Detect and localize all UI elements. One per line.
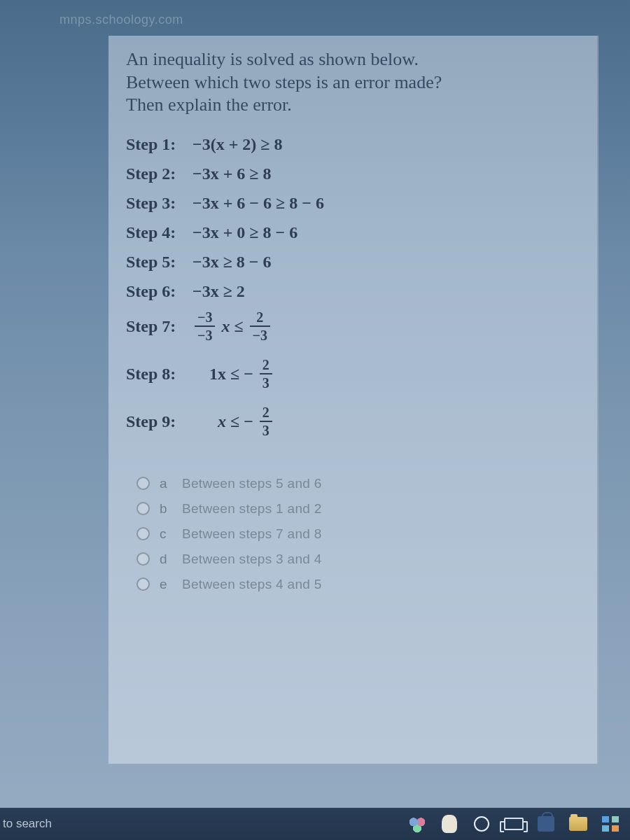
step-expression: −3x + 6 − 6 ≥ 8 − 6 xyxy=(192,192,324,214)
step-4: Step 4: −3x + 0 ≥ 8 − 6 xyxy=(126,222,580,243)
denominator: −3 xyxy=(195,326,215,342)
option-letter: a xyxy=(160,476,172,491)
option-letter: e xyxy=(160,577,172,592)
fraction: −3 −3 xyxy=(195,310,215,342)
question-prompt: An inequality is solved as shown below. … xyxy=(126,48,580,117)
relation: ≤ xyxy=(234,316,243,337)
app-cluster-icon[interactable] xyxy=(403,810,431,838)
hand-icon[interactable] xyxy=(435,810,463,838)
step-9: Step 9: x ≤ − 2 3 xyxy=(126,405,580,438)
numerator: −3 xyxy=(195,310,215,326)
option-text: Between steps 7 and 8 xyxy=(182,526,322,542)
fraction: 2 3 xyxy=(260,358,272,390)
option-text: Between steps 5 and 6 xyxy=(182,476,322,491)
denominator: −3 xyxy=(250,326,270,342)
option-c[interactable]: c Between steps 7 and 8 xyxy=(136,526,580,542)
url-bar: mnps.schoology.com xyxy=(0,0,630,27)
denominator: 3 xyxy=(260,421,272,438)
numerator: 2 xyxy=(260,405,272,421)
step-expression: 1x ≤ − 2 3 xyxy=(209,358,274,390)
option-text: Between steps 1 and 2 xyxy=(182,501,322,517)
step-expression: −3x + 0 ≥ 8 − 6 xyxy=(192,222,298,243)
left-side: 1x xyxy=(209,363,226,384)
numerator: 2 xyxy=(253,310,266,326)
step-label: Step 7: xyxy=(126,316,192,337)
variable: x xyxy=(221,316,230,337)
option-letter: d xyxy=(160,552,172,567)
step-expression: −3x + 6 ≥ 8 xyxy=(192,163,272,184)
option-letter: b xyxy=(160,501,172,517)
search-label[interactable]: to search xyxy=(3,817,52,831)
step-8: Step 8: 1x ≤ − 2 3 xyxy=(126,358,580,390)
option-letter: c xyxy=(160,526,172,542)
option-text: Between steps 3 and 4 xyxy=(182,552,322,567)
step-2: Step 2: −3x + 6 ≥ 8 xyxy=(126,163,580,184)
step-label: Step 2: xyxy=(126,163,192,184)
step-6: Step 6: −3x ≥ 2 xyxy=(126,281,580,302)
denominator: 3 xyxy=(260,373,272,390)
step-expression: −3 −3 x ≤ 2 −3 xyxy=(192,310,272,342)
step-3: Step 3: −3x + 6 − 6 ≥ 8 − 6 xyxy=(126,192,580,214)
file-explorer-icon[interactable] xyxy=(564,810,592,838)
step-expression: x ≤ − 2 3 xyxy=(218,405,274,438)
step-label: Step 4: xyxy=(126,222,192,243)
step-label: Step 6: xyxy=(126,281,192,302)
step-5: Step 5: −3x ≥ 8 − 6 xyxy=(126,251,580,272)
windows-taskbar[interactable]: to search xyxy=(0,808,630,840)
option-d[interactable]: d Between steps 3 and 4 xyxy=(136,552,580,567)
prompt-line: An inequality is solved as shown below. xyxy=(126,49,419,69)
option-text: Between steps 4 and 5 xyxy=(182,577,322,592)
step-7: Step 7: −3 −3 x ≤ 2 −3 xyxy=(126,310,580,342)
fraction: 2 3 xyxy=(260,405,272,438)
radio-icon[interactable] xyxy=(136,477,150,490)
step-expression: −3x ≥ 8 − 6 xyxy=(192,251,272,272)
prompt-line: Between which two steps is an error made… xyxy=(126,72,442,92)
cortana-icon[interactable] xyxy=(468,810,496,838)
numerator: 2 xyxy=(260,358,272,373)
step-expression: −3x ≥ 2 xyxy=(192,281,245,302)
relation: ≤ xyxy=(230,411,239,432)
step-1: Step 1: −3(x + 2) ≥ 8 xyxy=(126,134,580,155)
worksheet-page: An inequality is solved as shown below. … xyxy=(108,36,598,764)
radio-icon[interactable] xyxy=(136,578,150,591)
step-label: Step 3: xyxy=(126,192,192,214)
relation: ≤ xyxy=(230,363,239,384)
step-expression: −3(x + 2) ≥ 8 xyxy=(192,134,283,155)
option-e[interactable]: e Between steps 4 and 5 xyxy=(136,577,580,592)
radio-icon[interactable] xyxy=(136,502,150,515)
step-label: Step 1: xyxy=(126,134,192,155)
explorer-tiles-icon[interactable] xyxy=(596,810,624,838)
prompt-line: Then explain the error. xyxy=(126,94,292,115)
fraction: 2 −3 xyxy=(250,310,270,342)
left-side: x xyxy=(218,411,226,432)
option-b[interactable]: b Between steps 1 and 2 xyxy=(136,501,580,517)
option-a[interactable]: a Between steps 5 and 6 xyxy=(136,476,580,491)
radio-icon[interactable] xyxy=(136,552,150,566)
radio-icon[interactable] xyxy=(136,527,150,540)
store-icon[interactable] xyxy=(532,810,560,838)
step-label: Step 9: xyxy=(126,411,192,432)
answer-options: a Between steps 5 and 6 b Between steps … xyxy=(126,476,580,592)
minus-sign: − xyxy=(244,363,253,384)
step-label: Step 5: xyxy=(126,251,192,272)
minus-sign: − xyxy=(244,411,253,432)
task-view-icon[interactable] xyxy=(500,810,528,838)
step-label: Step 8: xyxy=(126,363,192,384)
